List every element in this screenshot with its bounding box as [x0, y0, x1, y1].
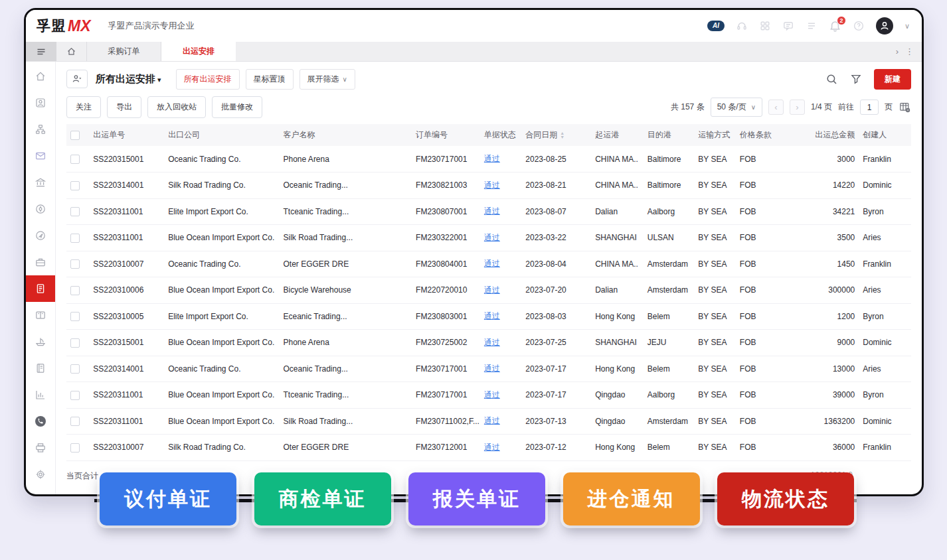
container-icon — [35, 309, 46, 321]
table-row[interactable]: SS220311001Blue Ocean Import Export Co.T… — [66, 382, 911, 409]
search-icon[interactable] — [825, 73, 838, 86]
status-link[interactable]: 通过 — [484, 338, 500, 347]
status-link[interactable]: 通过 — [484, 416, 500, 425]
table-row[interactable]: SS220311001Elite Import Export Co.Ttcean… — [66, 198, 911, 225]
goto-label: 前往 — [838, 102, 854, 113]
sidebar-item-navigation[interactable] — [26, 222, 55, 249]
next-page-button[interactable]: › — [790, 100, 805, 115]
sidebar-item-notebook[interactable] — [26, 355, 55, 382]
row-checkbox[interactable] — [70, 155, 80, 164]
sidebar-item-printer[interactable] — [26, 435, 55, 461]
sidebar-item-home[interactable] — [26, 63, 55, 90]
cell-amt: 3500 — [789, 225, 859, 251]
view-caret-down-icon: ▾ — [157, 76, 161, 84]
user-avatar[interactable] — [876, 17, 893, 35]
follow-button[interactable]: 关注 — [66, 96, 101, 118]
table-row[interactable]: SS220310006Blue Ocean Import Export Co.B… — [66, 277, 911, 304]
status-link[interactable]: 通过 — [484, 180, 500, 190]
status-link[interactable]: 通过 — [484, 364, 500, 373]
table-row[interactable]: SS220314001Oceanic Trading Co.Oceanic Tr… — [66, 356, 911, 382]
column-settings-icon[interactable] — [899, 101, 911, 113]
apps-grid-icon[interactable] — [759, 20, 771, 32]
cell-amt: 9000 — [789, 330, 859, 356]
quick-filter-expand[interactable]: 展开筛选∨ — [300, 69, 355, 90]
prev-page-button[interactable]: ‹ — [768, 100, 784, 115]
flow-button-inspection-docs[interactable]: 商检单证 — [254, 472, 391, 525]
flow-button-logistics-status[interactable]: 物流状态 — [717, 472, 854, 525]
goto-page-input[interactable] — [860, 100, 879, 115]
flow-button-warehouse-notice[interactable]: 进仓通知 — [563, 472, 700, 525]
cell-creator: Byron — [859, 198, 911, 225]
row-checkbox[interactable] — [70, 364, 80, 374]
row-checkbox[interactable] — [70, 181, 80, 190]
tab-purchase-orders[interactable]: 采购订单 — [87, 42, 161, 61]
sidebar-item-shipping-active[interactable] — [26, 275, 55, 302]
row-checkbox[interactable] — [70, 312, 80, 321]
sidebar-item-chart[interactable] — [26, 382, 55, 408]
table-row[interactable]: SS220310007Oceanic Trading Co.Oter EGGER… — [66, 251, 911, 277]
tabs-chevron-right-icon[interactable]: › — [896, 46, 899, 56]
headset-icon[interactable] — [736, 20, 748, 32]
table-row[interactable]: SS220311001Blue Ocean Import Export Co.S… — [66, 225, 911, 251]
cell-trans: BY SEA — [694, 330, 735, 356]
sidebar-item-compass[interactable] — [26, 196, 55, 222]
select-all-checkbox[interactable] — [70, 131, 80, 140]
sidebar-item-contacts[interactable] — [26, 90, 55, 116]
row-checkbox[interactable] — [70, 286, 80, 295]
status-link[interactable]: 通过 — [484, 206, 500, 216]
table-row[interactable]: SS220314001Silk Road Trading Co.Oceanic … — [66, 173, 911, 199]
batch-edit-button[interactable]: 批量修改 — [212, 96, 262, 118]
notification-bell-icon[interactable]: 2 — [829, 20, 841, 33]
row-checkbox[interactable] — [70, 234, 80, 243]
sidebar-item-bank[interactable] — [26, 169, 55, 196]
status-link[interactable]: 通过 — [484, 259, 500, 268]
row-checkbox[interactable] — [70, 417, 80, 426]
row-checkbox[interactable] — [70, 207, 80, 216]
chat-icon[interactable] — [782, 20, 794, 32]
tabs-kebab-menu-icon[interactable]: ⋮ — [905, 46, 914, 56]
table-row[interactable]: SS220315001Oceanic Trading Co.Phone Aren… — [66, 146, 911, 173]
row-checkbox[interactable] — [70, 338, 80, 348]
cell-order: FM220720010 — [412, 277, 480, 304]
row-checkbox[interactable] — [70, 443, 80, 453]
menu-hamburger-icon[interactable] — [26, 42, 56, 61]
sidebar-item-settings[interactable] — [26, 461, 55, 488]
new-button[interactable]: 新建 — [874, 69, 911, 90]
quick-filter-all-shipments[interactable]: 所有出运安排 — [176, 69, 240, 90]
help-icon[interactable] — [853, 20, 865, 32]
tab-shipping-arrangement[interactable]: 出运安排 — [161, 42, 236, 61]
ai-assistant-button[interactable]: AI — [707, 21, 725, 31]
page-size-select[interactable]: 50 条/页∨ — [711, 98, 762, 117]
status-link[interactable]: 通过 — [484, 311, 500, 320]
status-link[interactable]: 通过 — [484, 443, 500, 452]
filter-funnel-icon[interactable] — [850, 73, 862, 85]
sidebar-item-briefcase[interactable] — [26, 249, 55, 275]
account-chevron-down-icon[interactable]: ∨ — [904, 22, 910, 31]
list-icon[interactable] — [806, 20, 818, 32]
view-selector-icon[interactable] — [66, 70, 88, 88]
sidebar-item-ship[interactable] — [26, 328, 55, 355]
table-row[interactable]: SS220310007Silk Road Trading Co.Oter EGG… — [66, 435, 911, 461]
table-row[interactable]: SS220310005Elite Import Export Co.Eceani… — [66, 303, 911, 330]
status-link[interactable]: 通过 — [484, 233, 500, 242]
export-button[interactable]: 导出 — [107, 96, 141, 118]
table-row[interactable]: SS220315001Blue Ocean Import Export Co.P… — [66, 330, 911, 356]
sidebar-item-container[interactable] — [26, 302, 55, 328]
cell-price: FOB — [736, 277, 790, 304]
quick-filter-starred[interactable]: 星标置顶 — [246, 69, 294, 90]
contract-date-sort-icon[interactable]: ▲▼ — [560, 131, 564, 139]
sidebar-item-organization[interactable] — [26, 116, 55, 143]
table-row[interactable]: SS220311001Blue Ocean Import Export Co.S… — [66, 408, 911, 435]
status-link[interactable]: 通过 — [484, 154, 500, 163]
recycle-bin-button[interactable]: 放入回收站 — [147, 96, 206, 118]
view-selector[interactable]: 所有出运安排▾ — [96, 73, 161, 86]
row-checkbox[interactable] — [70, 259, 80, 269]
status-link[interactable]: 通过 — [484, 285, 500, 295]
row-checkbox[interactable] — [70, 391, 80, 400]
status-link[interactable]: 通过 — [484, 390, 500, 399]
sidebar-item-phone[interactable] — [26, 408, 55, 435]
flow-button-negotiation-docs[interactable]: 议付单证 — [100, 472, 236, 525]
home-tab-icon[interactable] — [56, 42, 87, 61]
sidebar-item-mail[interactable] — [26, 143, 55, 169]
flow-button-customs-docs[interactable]: 报关单证 — [408, 472, 545, 525]
